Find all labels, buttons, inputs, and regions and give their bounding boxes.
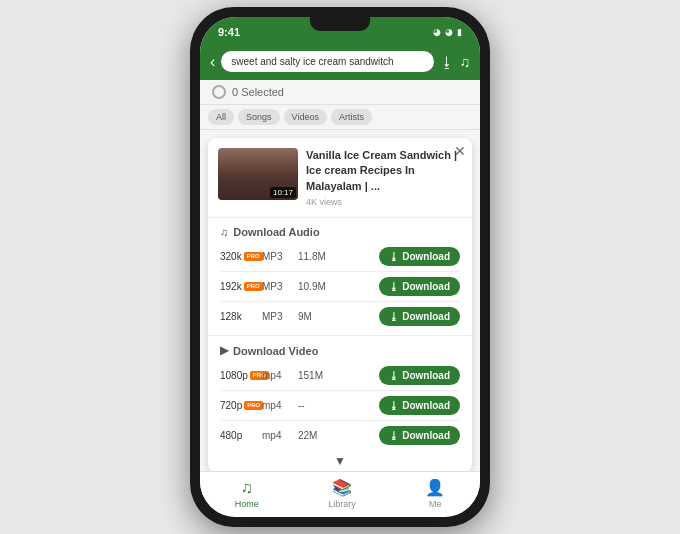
video-section-label: Download Video xyxy=(233,345,318,357)
wifi-icon: ◕ xyxy=(445,27,453,37)
tab-artists[interactable]: Artists xyxy=(331,109,372,125)
person-icon: 👤 xyxy=(425,478,445,497)
selected-count: 0 Selected xyxy=(232,86,284,98)
size-480p: 22M xyxy=(298,430,379,441)
size-320k: 11.8M xyxy=(298,251,379,262)
bluetooth-icon: ◕ xyxy=(433,27,441,37)
video-meta: Vanilla Ice Cream Sandwich | Ice cream R… xyxy=(306,148,462,207)
video-section-header: ▶ Download Video xyxy=(208,335,472,361)
format-1080p: mp4 xyxy=(262,370,298,381)
pro-badge-720p: PRO xyxy=(244,401,263,410)
search-area: ‹ sweet and salty ice cream sandwitch ⭳ … xyxy=(200,45,480,80)
format-192k: MP3 xyxy=(262,281,298,292)
video-views: 4K views xyxy=(306,197,462,207)
download-modal: ✕ 10:17 Vanilla Ice Cream Sandwich | Ice… xyxy=(208,138,472,471)
audio-row-320k: 320k PRO MP3 11.8M ⭳ Download xyxy=(208,242,472,271)
nav-me-label: Me xyxy=(429,499,442,509)
download-arrow-icon-2: ⭳ xyxy=(389,281,399,292)
tab-all[interactable]: All xyxy=(208,109,234,125)
download-btn-320k[interactable]: ⭳ Download xyxy=(379,247,460,266)
phone-screen: 9:41 ◕ ◕ ▮ ‹ sweet and salty ice cream s… xyxy=(200,17,480,517)
audio-section-label: Download Audio xyxy=(233,226,319,238)
download-btn-128k[interactable]: ⭳ Download xyxy=(379,307,460,326)
pro-badge-192k: PRO xyxy=(244,282,263,291)
download-arrow-icon-5: ⭳ xyxy=(389,400,399,411)
select-circle-icon xyxy=(212,85,226,99)
phone-frame: 9:41 ◕ ◕ ▮ ‹ sweet and salty ice cream s… xyxy=(190,7,490,527)
home-icon: ♫ xyxy=(241,479,253,497)
notch xyxy=(310,17,370,31)
back-button[interactable]: ‹ xyxy=(210,53,215,71)
quality-192k: 192k PRO xyxy=(220,281,262,292)
nav-home[interactable]: ♫ Home xyxy=(235,479,259,509)
nav-library[interactable]: 📚 Library xyxy=(328,478,356,509)
search-box[interactable]: sweet and salty ice cream sandwitch xyxy=(221,51,433,72)
search-query: sweet and salty ice cream sandwitch xyxy=(231,56,393,67)
format-320k: MP3 xyxy=(262,251,298,262)
battery-icon: ▮ xyxy=(457,27,462,37)
video-row-720p: 720p PRO mp4 -- ⭳ Download xyxy=(208,391,472,420)
download-btn-480p[interactable]: ⭳ Download xyxy=(379,426,460,445)
download-arrow-icon-4: ⭳ xyxy=(389,370,399,381)
video-thumbnail: 10:17 xyxy=(218,148,298,200)
size-1080p: 151M xyxy=(298,370,379,381)
size-720p: -- xyxy=(298,400,379,411)
nav-home-label: Home xyxy=(235,499,259,509)
format-128k: MP3 xyxy=(262,311,298,322)
pro-badge-320k: PRO xyxy=(244,252,263,261)
quality-720p: 720p PRO xyxy=(220,400,262,411)
quality-128k: 128k xyxy=(220,311,262,322)
search-action-icons: ⭳ ♫ xyxy=(440,54,471,70)
music-note-icon[interactable]: ♫ xyxy=(460,54,471,70)
more-arrow[interactable]: ▼ xyxy=(208,450,472,471)
tab-songs[interactable]: Songs xyxy=(238,109,280,125)
video-duration: 10:17 xyxy=(270,187,296,198)
thumb-image: 10:17 xyxy=(218,148,298,200)
download-arrow-icon: ⭳ xyxy=(389,251,399,262)
video-info: 10:17 Vanilla Ice Cream Sandwich | Ice c… xyxy=(208,138,472,218)
size-192k: 10.9M xyxy=(298,281,379,292)
main-content: ✕ 10:17 Vanilla Ice Cream Sandwich | Ice… xyxy=(200,130,480,471)
download-icon[interactable]: ⭳ xyxy=(440,54,454,70)
tabs-strip: All Songs Videos Artists xyxy=(200,105,480,130)
video-section-icon: ▶ xyxy=(220,344,228,357)
audio-section-header: ♫ Download Audio xyxy=(208,218,472,242)
download-arrow-icon-3: ⭳ xyxy=(389,311,399,322)
status-time: 9:41 xyxy=(218,26,240,38)
download-btn-1080p[interactable]: ⭳ Download xyxy=(379,366,460,385)
video-title: Vanilla Ice Cream Sandwich | Ice cream R… xyxy=(306,148,462,194)
format-480p: mp4 xyxy=(262,430,298,441)
quality-320k: 320k PRO xyxy=(220,251,262,262)
audio-row-192k: 192k PRO MP3 10.9M ⭳ Download xyxy=(208,272,472,301)
audio-row-128k: 128k MP3 9M ⭳ Download xyxy=(208,302,472,331)
download-btn-192k[interactable]: ⭳ Download xyxy=(379,277,460,296)
tab-videos[interactable]: Videos xyxy=(284,109,327,125)
music-section-icon: ♫ xyxy=(220,226,228,238)
video-row-480p: 480p mp4 22M ⭳ Download xyxy=(208,421,472,450)
video-row-1080p: 1080p PRO mp4 151M ⭳ Download xyxy=(208,361,472,390)
selected-bar: 0 Selected xyxy=(200,80,480,105)
download-btn-720p[interactable]: ⭳ Download xyxy=(379,396,460,415)
nav-me[interactable]: 👤 Me xyxy=(425,478,445,509)
bottom-nav: ♫ Home 📚 Library 👤 Me xyxy=(200,471,480,517)
status-icons: ◕ ◕ ▮ xyxy=(433,27,462,37)
download-arrow-icon-6: ⭳ xyxy=(389,430,399,441)
library-icon: 📚 xyxy=(332,478,352,497)
nav-library-label: Library xyxy=(328,499,356,509)
size-128k: 9M xyxy=(298,311,379,322)
quality-1080p: 1080p PRO xyxy=(220,370,262,381)
quality-480p: 480p xyxy=(220,430,262,441)
format-720p: mp4 xyxy=(262,400,298,411)
